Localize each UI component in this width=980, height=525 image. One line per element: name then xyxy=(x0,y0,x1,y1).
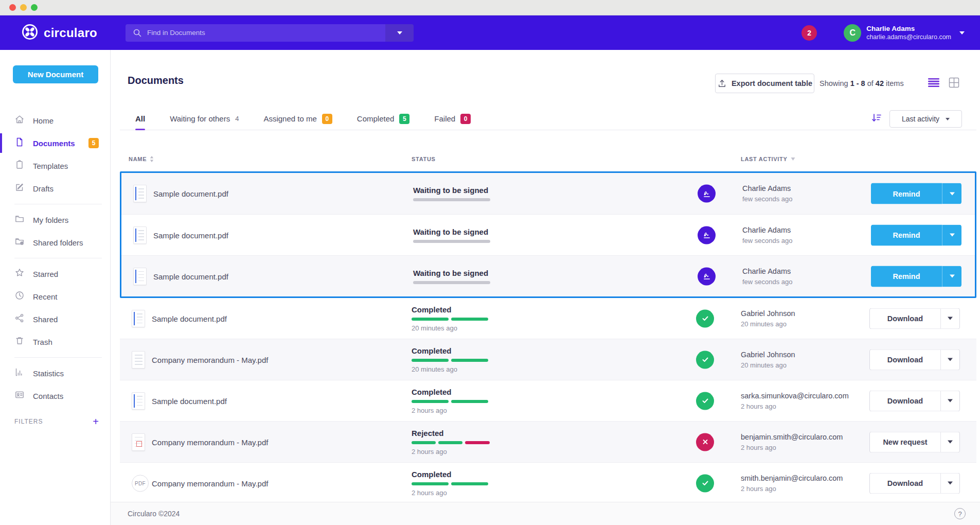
search-input[interactable] xyxy=(126,24,385,42)
last-activity-time: 2 hours ago xyxy=(741,444,869,451)
chevron-down-icon xyxy=(948,441,953,444)
sidebar-item-starred[interactable]: Starred xyxy=(0,262,110,285)
table-row[interactable]: Sample document.pdf Completed 20 minutes… xyxy=(120,298,976,339)
clock-icon xyxy=(14,290,25,303)
sidebar-item-statistics[interactable]: Statistics xyxy=(0,362,110,384)
new-document-button[interactable]: New Document xyxy=(13,65,98,83)
progress-segment xyxy=(413,198,490,201)
filters-label: FILTERS xyxy=(14,418,43,425)
sidebar: New Document Home Documents 5 Templates … xyxy=(0,50,111,525)
close-window-icon[interactable] xyxy=(9,4,16,11)
tab-all[interactable]: All xyxy=(135,108,145,130)
row-action: Remind xyxy=(871,266,961,287)
sidebar-item-shared-folders[interactable]: Shared folders xyxy=(0,231,110,254)
sort-order-icon[interactable] xyxy=(871,112,882,126)
new-request-button[interactable]: New request xyxy=(869,431,940,452)
download-button[interactable]: Download xyxy=(869,472,940,494)
sidebar-item-my-folders[interactable]: My folders xyxy=(0,208,110,231)
last-activity-user: smith.benjamin@circularo.com xyxy=(741,474,869,482)
sidebar-item-shared[interactable]: Shared xyxy=(0,308,110,330)
user-menu-chevron-down-icon[interactable] xyxy=(959,31,965,34)
documents-list: Sample document.pdf Completed 20 minutes… xyxy=(120,298,976,504)
progress-segment xyxy=(412,441,436,444)
search-scope-dropdown[interactable] xyxy=(385,24,414,42)
status-cell: Waiting to be signed xyxy=(413,186,490,201)
status-time: 20 minutes ago xyxy=(412,324,488,332)
document-name: Sample document.pdf xyxy=(152,314,227,323)
logo[interactable]: circularo xyxy=(22,24,97,42)
minimize-window-icon[interactable] xyxy=(20,4,27,11)
trash-icon xyxy=(14,336,25,348)
export-document-table-button[interactable]: Export document table xyxy=(715,74,814,93)
search-box xyxy=(126,24,414,42)
tab-waiting-for-others[interactable]: Waiting for others 4 xyxy=(170,108,239,130)
zoom-window-icon[interactable] xyxy=(31,4,38,11)
tab-completed[interactable]: Completed 5 xyxy=(357,108,410,130)
download-button[interactable]: Download xyxy=(869,349,940,370)
row-action-dropdown[interactable] xyxy=(940,349,960,370)
row-action-dropdown[interactable] xyxy=(942,183,961,204)
tab-assigned-to-me[interactable]: Assigned to me 0 xyxy=(263,108,332,130)
shared-folder-icon xyxy=(14,236,25,249)
sort-arrows-icon xyxy=(150,156,154,162)
row-action-dropdown[interactable] xyxy=(942,266,961,287)
sidebar-item-documents[interactable]: Documents 5 xyxy=(0,132,110,154)
sidebar-divider xyxy=(14,258,102,258)
sidebar-item-trash[interactable]: Trash xyxy=(0,330,110,353)
table-row[interactable]: PDF Company memorandum - May.pdf Complet… xyxy=(120,463,976,504)
remind-button[interactable]: Remind xyxy=(871,266,942,287)
row-action-dropdown[interactable] xyxy=(940,390,960,411)
row-action-dropdown[interactable] xyxy=(942,224,961,246)
progress-segment xyxy=(451,400,488,403)
document-name: Company memorandum - May.pdf xyxy=(152,479,268,487)
pdf-label: PDF xyxy=(135,480,146,486)
column-header-name[interactable]: NAME xyxy=(129,156,154,162)
help-icon[interactable]: ? xyxy=(954,508,966,519)
grid-view-icon[interactable] xyxy=(949,77,959,90)
progress-segment xyxy=(451,359,488,362)
last-activity-cell: Charlie Adams few seconds ago xyxy=(742,184,871,203)
row-action-dropdown[interactable] xyxy=(940,308,960,329)
table-row[interactable]: Company memorandum - May.pdf Rejected 2 … xyxy=(120,422,976,463)
tab-failed[interactable]: Failed 0 xyxy=(434,108,471,130)
showing-items-count: Showing 1 - 8 of 42 items xyxy=(819,74,904,93)
status-label: Completed xyxy=(412,388,488,396)
sort-by-dropdown[interactable]: Last activity xyxy=(889,110,962,128)
last-activity-time: 2 hours ago xyxy=(741,402,869,410)
last-activity-user: Gabriel Johnson xyxy=(741,351,869,359)
table-row[interactable]: Company memorandum - May.pdf Completed 2… xyxy=(120,339,976,380)
sidebar-item-recent[interactable]: Recent xyxy=(0,285,110,308)
last-activity-cell: Charlie Adams few seconds ago xyxy=(742,226,871,244)
avatar[interactable]: C xyxy=(844,24,861,42)
document-thumbnail-icon xyxy=(132,351,145,369)
remind-button[interactable]: Remind xyxy=(871,224,942,246)
document-thumbnail-icon xyxy=(132,310,145,327)
user-info[interactable]: Charlie Adams charlie.adams@circularo.co… xyxy=(866,25,951,41)
notifications-badge[interactable]: 2 xyxy=(801,25,817,41)
table-row[interactable]: Sample document.pdf Waiting to be signed… xyxy=(121,173,975,214)
download-button[interactable]: Download xyxy=(869,308,940,329)
column-header-last-activity[interactable]: LAST ACTIVITY xyxy=(741,156,795,162)
status-label: Rejected xyxy=(412,429,490,437)
status-label: Waiting to be signed xyxy=(413,269,490,277)
remind-button[interactable]: Remind xyxy=(871,183,942,204)
list-view-icon[interactable] xyxy=(928,78,940,90)
sidebar-item-contacts[interactable]: Contacts xyxy=(0,384,110,407)
table-row[interactable]: Sample document.pdf Waiting to be signed… xyxy=(121,214,975,255)
last-activity-time: few seconds ago xyxy=(742,237,871,244)
download-button[interactable]: Download xyxy=(869,390,940,411)
table-row[interactable]: Sample document.pdf Waiting to be signed… xyxy=(121,255,975,296)
star-icon xyxy=(14,268,25,280)
last-activity-user: Gabriel Johnson xyxy=(741,309,869,318)
row-action-dropdown[interactable] xyxy=(940,431,960,452)
table-row[interactable]: Sample document.pdf Completed 2 hours ag… xyxy=(120,380,976,422)
add-filter-button[interactable]: + xyxy=(93,416,99,427)
document-thumbnail-icon xyxy=(133,226,147,244)
sidebar-item-home[interactable]: Home xyxy=(0,109,110,132)
sidebar-item-templates[interactable]: Templates xyxy=(0,154,110,177)
column-header-status[interactable]: STATUS xyxy=(412,156,436,162)
chevron-down-icon xyxy=(948,317,953,320)
sidebar-item-drafts[interactable]: Drafts xyxy=(0,177,110,200)
status-label: Completed xyxy=(412,470,488,479)
row-action-dropdown[interactable] xyxy=(940,472,960,494)
